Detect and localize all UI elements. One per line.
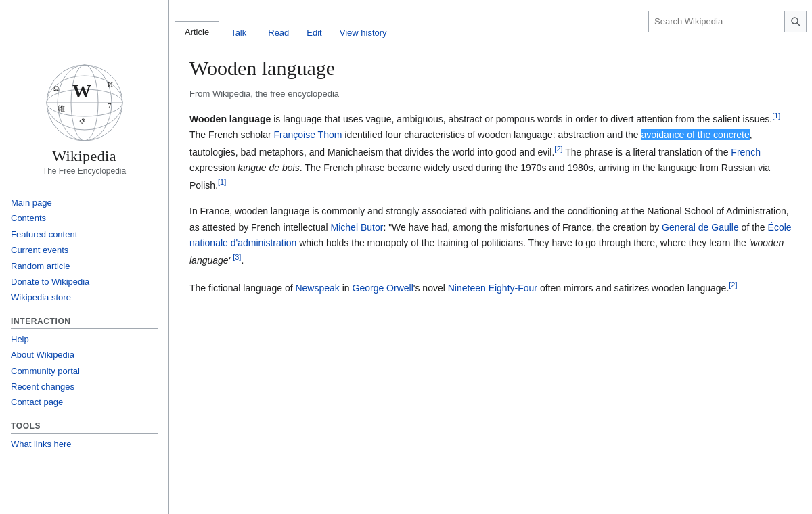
link-george-orwell[interactable]: George Orwell <box>353 283 413 294</box>
sidebar-item-donate[interactable]: Donate to Wikipedia <box>11 274 158 289</box>
logo-area: W Ω И 維 7 ي Wikipedia The Free Encyclope… <box>11 51 158 184</box>
svg-text:維: 維 <box>57 104 65 112</box>
p3-text3: 's novel <box>413 283 448 294</box>
tab-view-history[interactable]: View history <box>332 22 395 43</box>
logo-subtitle: The Free Encyclopedia <box>43 166 126 176</box>
link-french[interactable]: French <box>731 147 761 158</box>
p1-text3: identified four characteristics of woode… <box>344 129 641 140</box>
p3-text1: The fictional language of <box>189 283 295 294</box>
p3-text4: often mirrors and satirizes wooden langu… <box>537 283 729 294</box>
sidebar-item-about-wikipedia[interactable]: About Wikipedia <box>11 347 158 363</box>
sidebar-nav-section: Main page Contents Featured content Curr… <box>11 195 158 306</box>
sidebar-item-featured-content[interactable]: Featured content <box>11 227 158 242</box>
article-paragraph-1: Wooden language is language that uses va… <box>189 110 792 193</box>
link-general-de-gaulle[interactable]: General de Gaulle <box>662 222 739 233</box>
svg-text:7: 7 <box>108 101 112 110</box>
p2-text3: of the <box>739 222 768 233</box>
ref-3[interactable]: [3] <box>233 253 241 261</box>
p1-text5: The phrase is a literal translation of t… <box>565 147 731 158</box>
search-area <box>488 0 812 43</box>
ref-1a[interactable]: [1] <box>772 112 780 120</box>
article-paragraph-2: In France, wooden language is commonly a… <box>189 204 792 268</box>
p1-text6: expression <box>189 162 238 173</box>
svg-text:И: И <box>108 80 113 88</box>
sidebar-item-current-events[interactable]: Current events <box>11 242 158 258</box>
sidebar-item-what-links-here[interactable]: What links here <box>11 436 158 452</box>
tabs-area: Article Talk Read Edit View history <box>169 0 488 43</box>
p1-text2: The French scholar <box>189 129 274 140</box>
main-content: Wooden language From Wikipedia, the free… <box>169 43 812 514</box>
sidebar-item-random-article[interactable]: Random article <box>11 258 158 274</box>
svg-text:Ω: Ω <box>53 84 59 92</box>
sidebar-item-community-portal[interactable]: Community portal <box>11 363 158 379</box>
p2-text2: : "We have had, among the misfortunes of… <box>383 222 662 233</box>
sidebar-tools-title: Tools <box>11 421 158 434</box>
p3-text2: in <box>340 283 353 294</box>
sidebar-item-contents[interactable]: Contents <box>11 210 158 226</box>
sidebar-item-wikipedia-store[interactable]: Wikipedia store <box>11 289 158 305</box>
sidebar-tools-section: Tools What links here <box>11 421 158 452</box>
link-newspeak[interactable]: Newspeak <box>295 283 339 294</box>
article-paragraph-3: The fictional language of Newspeak in Ge… <box>189 279 792 296</box>
svg-line-1 <box>797 23 800 26</box>
top-bar-logo-area <box>0 0 169 43</box>
p2-text6: . <box>241 254 244 265</box>
ref-1b[interactable]: [1] <box>218 178 226 186</box>
link-michel-butor[interactable]: Michel Butor <box>331 222 384 233</box>
sidebar-interaction-section: Interaction Help About Wikipedia Communi… <box>11 317 158 411</box>
tab-talk[interactable]: Talk <box>221 22 256 43</box>
search-icon <box>791 17 800 26</box>
search-button[interactable] <box>784 11 806 32</box>
tab-divider <box>258 20 258 40</box>
search-form <box>648 11 807 32</box>
article-bold-term: Wooden language <box>189 114 271 124</box>
sidebar-item-main-page[interactable]: Main page <box>11 195 158 210</box>
svg-text:W: W <box>72 80 91 101</box>
sidebar: W Ω И 維 7 ي Wikipedia The Free Encyclope… <box>0 43 169 514</box>
svg-text:ي: ي <box>79 115 85 124</box>
sidebar-item-help[interactable]: Help <box>11 331 158 347</box>
article-subtitle: From Wikipedia, the free encyclopedia <box>189 89 792 99</box>
article-title: Wooden language <box>189 57 792 83</box>
tab-article[interactable]: Article <box>175 21 219 43</box>
search-input[interactable] <box>649 14 784 29</box>
sidebar-interaction-title: Interaction <box>11 317 158 329</box>
wikipedia-logo: W Ω И 維 7 ي <box>44 62 125 143</box>
sidebar-item-recent-changes[interactable]: Recent changes <box>11 379 158 394</box>
logo-title: Wikipedia <box>52 147 116 165</box>
top-bar: Article Talk Read Edit View history <box>0 0 812 43</box>
ref-2a[interactable]: [2] <box>554 145 562 153</box>
p1-italic: langue de bois <box>238 162 300 173</box>
sidebar-item-contact-page[interactable]: Contact page <box>11 394 158 410</box>
tab-read[interactable]: Read <box>260 22 297 43</box>
layout: W Ω И 維 7 ي Wikipedia The Free Encyclope… <box>0 43 812 514</box>
p1-text1: is language that uses vague, ambiguous, … <box>273 114 772 124</box>
tab-edit[interactable]: Edit <box>298 22 330 43</box>
article-body: Wooden language is language that uses va… <box>189 110 792 296</box>
highlight-avoidance: avoidance of the concrete <box>641 129 749 140</box>
p2-text4: which holds the monopoly of the training… <box>296 237 748 248</box>
svg-point-0 <box>792 18 798 24</box>
link-nineteen-eighty-four[interactable]: Nineteen Eighty-Four <box>448 283 537 294</box>
link-francoise-thom[interactable]: Françoise Thom <box>274 129 342 140</box>
ref-2b[interactable]: [2] <box>729 281 737 289</box>
